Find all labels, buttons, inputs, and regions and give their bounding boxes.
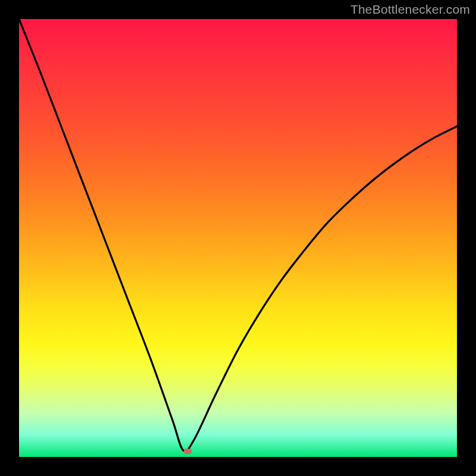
optimal-point-marker — [184, 449, 192, 454]
plot-area — [19, 19, 457, 457]
bottleneck-curve — [19, 19, 457, 452]
curve-svg — [19, 19, 457, 457]
watermark-label: TheBottlenecker.com — [350, 2, 470, 17]
chart-frame: TheBottlenecker.com — [0, 0, 476, 476]
